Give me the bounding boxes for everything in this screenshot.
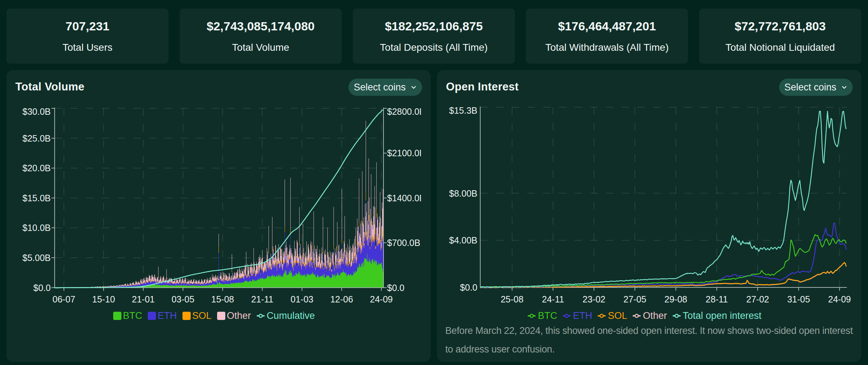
svg-text:23-02: 23-02	[583, 294, 606, 304]
svg-text:$0.0: $0.0	[33, 283, 51, 293]
svg-text:03-05: 03-05	[171, 294, 194, 304]
svg-text:21-01: 21-01	[132, 294, 155, 304]
svg-text:29-08: 29-08	[664, 294, 687, 304]
svg-text:06-07: 06-07	[52, 294, 75, 304]
svg-text:28-11: 28-11	[706, 294, 728, 304]
svg-text:21-11: 21-11	[251, 294, 274, 304]
svg-text:24-09: 24-09	[370, 294, 393, 304]
svg-text:$5.00B: $5.00B	[22, 253, 51, 263]
svg-text:$10.0B: $10.0B	[22, 223, 51, 233]
svg-text:$0.0: $0.0	[387, 283, 405, 293]
svg-text:$700.0B: $700.0B	[387, 238, 420, 248]
svg-text:$2100.0B: $2100.0B	[387, 148, 425, 158]
svg-text:25-08: 25-08	[501, 294, 523, 304]
svg-text:24-11: 24-11	[542, 294, 564, 304]
svg-text:27-02: 27-02	[746, 294, 769, 304]
svg-text:12-06: 12-06	[330, 294, 353, 304]
svg-text:$30.0B: $30.0B	[22, 107, 51, 117]
svg-text:$4.00B: $4.00B	[449, 235, 477, 245]
svg-text:$0.0: $0.0	[460, 282, 477, 292]
svg-text:$1400.0B: $1400.0B	[387, 193, 425, 203]
svg-text:31-05: 31-05	[787, 294, 810, 304]
svg-text:24-09: 24-09	[828, 294, 851, 304]
svg-text:$8.00B: $8.00B	[449, 188, 477, 198]
svg-text:15-08: 15-08	[211, 294, 234, 304]
svg-text:15-10: 15-10	[92, 294, 115, 304]
svg-text:$25.0B: $25.0B	[22, 133, 51, 143]
svg-text:$2800.0B: $2800.0B	[387, 107, 425, 117]
svg-text:$20.0B: $20.0B	[22, 163, 51, 173]
svg-text:$15.3B: $15.3B	[449, 105, 477, 115]
svg-text:01-03: 01-03	[291, 294, 313, 304]
svg-text:$15.0B: $15.0B	[22, 193, 51, 203]
svg-text:27-05: 27-05	[623, 294, 646, 304]
